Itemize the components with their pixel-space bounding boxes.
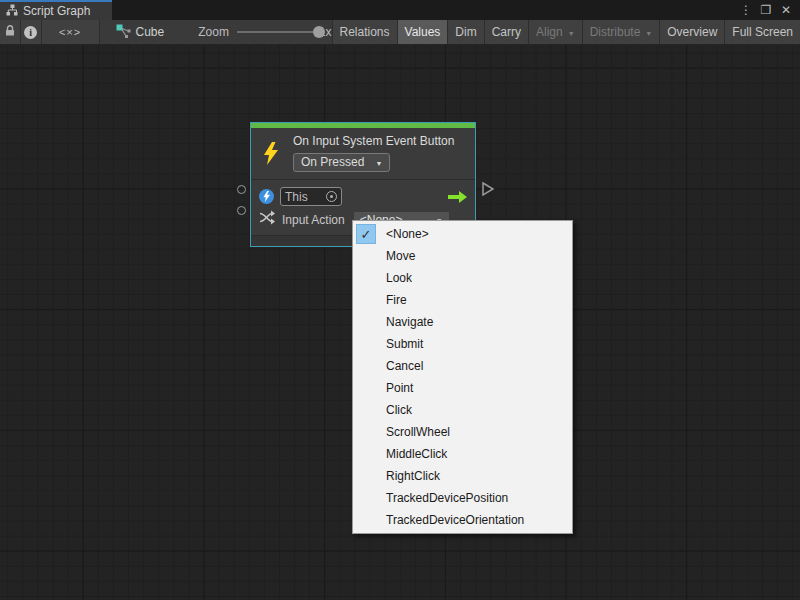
node-title: On Input System Event Button xyxy=(293,134,454,148)
window-controls: ⋮ ❐ ✕ xyxy=(738,0,800,20)
menu-item[interactable]: Navigate xyxy=(353,311,572,333)
menu-item-label: TrackedDeviceOrientation xyxy=(386,513,524,527)
breadcrumb[interactable]: Cube xyxy=(116,20,165,44)
overview-label: Overview xyxy=(667,25,717,39)
menu-item[interactable]: TrackedDeviceOrientation xyxy=(353,509,572,531)
menu-item-label: Point xyxy=(386,381,413,395)
menu-item[interactable]: Submit xyxy=(353,333,572,355)
full-screen-label: Full Screen xyxy=(732,25,793,39)
info-icon: i xyxy=(24,26,37,39)
inspect-button[interactable]: i xyxy=(21,20,42,44)
menu-item[interactable]: TrackedDevicePosition xyxy=(353,487,572,509)
align-button[interactable]: Align ▼ xyxy=(528,20,582,44)
output-flow-port[interactable] xyxy=(481,181,495,201)
menu-item-label: Click xyxy=(386,403,412,417)
toolbar-buttons: Relations Values Dim Carry Align ▼ Distr… xyxy=(332,20,800,44)
dim-button[interactable]: Dim xyxy=(447,20,483,44)
maximize-icon[interactable]: ❐ xyxy=(758,3,774,17)
tab-script-graph[interactable]: Script Graph xyxy=(0,0,112,20)
node-header: On Input System Event Button On Pressed … xyxy=(251,128,475,179)
zoom-slider[interactable] xyxy=(237,26,313,38)
menu-item-label: Cancel xyxy=(386,359,423,373)
tab-label: Script Graph xyxy=(23,4,90,18)
code-icon: <×> xyxy=(59,26,81,38)
menu-item[interactable]: RightClick xyxy=(353,465,572,487)
align-label: Align xyxy=(536,25,563,39)
menu-item-label: MiddleClick xyxy=(386,447,447,461)
full-screen-button[interactable]: Full Screen xyxy=(724,20,800,44)
relations-label: Relations xyxy=(340,25,390,39)
graph-toolbar: i <×> Cube Zoom 1x Relations xyxy=(0,20,800,45)
carry-label: Carry xyxy=(492,25,521,39)
code-view-button[interactable]: <×> xyxy=(42,20,100,44)
menu-item[interactable]: Click xyxy=(353,399,572,421)
trigger-label: On Pressed xyxy=(301,155,364,169)
menu-item[interactable]: ScrollWheel xyxy=(353,421,572,443)
dim-label: Dim xyxy=(455,25,476,39)
values-button[interactable]: Values xyxy=(397,20,448,44)
value-port-icon xyxy=(259,189,274,204)
menu-item-label: Look xyxy=(386,271,412,285)
zoom-slider-track[interactable] xyxy=(237,31,313,33)
menu-item[interactable]: Cancel xyxy=(353,355,572,377)
menu-item[interactable]: Look xyxy=(353,267,572,289)
overview-button[interactable]: Overview xyxy=(659,20,724,44)
tab-bar: Script Graph ⋮ ❐ ✕ xyxy=(0,0,800,20)
object-picker-icon[interactable] xyxy=(326,191,337,202)
menu-item-label: Move xyxy=(386,249,415,263)
trigger-dropdown[interactable]: On Pressed ▼ xyxy=(293,153,390,172)
distribute-label: Distribute xyxy=(590,25,641,39)
input-port-this[interactable] xyxy=(237,185,246,194)
distribute-button[interactable]: Distribute ▼ xyxy=(582,20,660,44)
input-action-menu: ✓<None>MoveLookFireNavigateSubmitCancelP… xyxy=(352,220,573,534)
event-bolt-icon xyxy=(261,134,283,172)
menu-item[interactable]: Move xyxy=(353,245,572,267)
input-action-label: Input Action xyxy=(282,213,345,227)
graph-canvas[interactable]: On Input System Event Button On Pressed … xyxy=(0,45,800,600)
menu-item-label: RightClick xyxy=(386,469,440,483)
chevron-down-icon: ▼ xyxy=(645,30,652,37)
chevron-down-icon: ▼ xyxy=(375,160,382,167)
values-label: Values xyxy=(405,25,441,39)
menu-item-label: Navigate xyxy=(386,315,433,329)
close-icon[interactable]: ✕ xyxy=(778,3,794,17)
menu-item-label: ScrollWheel xyxy=(386,425,450,439)
script-graph-window: Script Graph ⋮ ❐ ✕ i <×> xyxy=(0,0,800,600)
menu-item[interactable]: Fire xyxy=(353,289,572,311)
menu-item-label: Fire xyxy=(386,293,407,307)
window-menu-icon[interactable]: ⋮ xyxy=(738,3,754,17)
graph-node-icon xyxy=(116,24,131,41)
menu-item-label: Submit xyxy=(386,337,423,351)
input-action-type-icon xyxy=(259,210,275,229)
check-icon: ✓ xyxy=(356,224,376,244)
relations-button[interactable]: Relations xyxy=(332,20,397,44)
menu-item[interactable]: Point xyxy=(353,377,572,399)
flow-arrow-icon xyxy=(448,191,467,203)
zoom-slider-handle[interactable] xyxy=(313,26,325,38)
lock-icon xyxy=(4,24,16,40)
carry-button[interactable]: Carry xyxy=(484,20,528,44)
menu-item-label: <None> xyxy=(386,227,429,241)
menu-item-label: TrackedDevicePosition xyxy=(386,491,508,505)
menu-item[interactable]: ✓<None> xyxy=(353,223,572,245)
breadcrumb-label: Cube xyxy=(136,25,165,39)
lock-button[interactable] xyxy=(0,20,21,44)
chevron-down-icon: ▼ xyxy=(568,30,575,37)
graph-hierarchy-icon xyxy=(6,4,18,19)
this-port-row: This xyxy=(259,185,467,208)
this-field-label: This xyxy=(285,190,308,204)
menu-item[interactable]: MiddleClick xyxy=(353,443,572,465)
input-port-action[interactable] xyxy=(237,206,246,215)
this-object-field[interactable]: This xyxy=(280,187,342,206)
zoom-label: Zoom xyxy=(198,25,229,39)
